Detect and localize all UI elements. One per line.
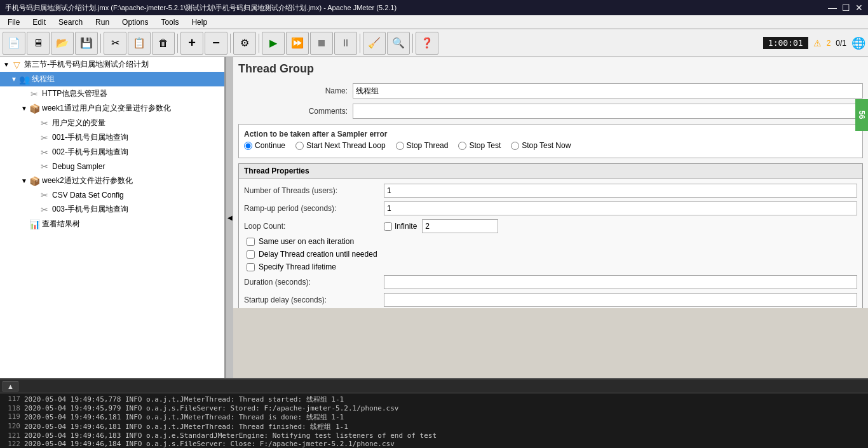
start-button[interactable]: ▶: [262, 32, 285, 55]
menu-run[interactable]: Run: [90, 17, 114, 28]
separator-3: [230, 34, 231, 53]
comments-input[interactable]: [353, 104, 863, 119]
menu-edit[interactable]: Edit: [27, 17, 51, 28]
tree-label-001: 001-手机号归属地查询: [52, 132, 128, 143]
tree-label-week2: week2通过文件进行参数化: [42, 175, 133, 186]
radio-stop-test[interactable]: Stop Test: [458, 141, 501, 150]
tree-item-002[interactable]: ✂ 002-手机号归属地查询: [0, 145, 224, 160]
panel-title: Thread Group: [238, 62, 863, 76]
green-indicator: 56: [855, 99, 868, 131]
window-controls[interactable]: — ☐ ✕: [828, 3, 863, 13]
specify-lifetime-row[interactable]: Specify Thread lifetime: [244, 262, 857, 271]
separator-6: [412, 34, 413, 53]
loop-count-input[interactable]: [422, 219, 498, 233]
close-button[interactable]: ✕: [855, 3, 863, 13]
duration-input[interactable]: [384, 275, 857, 289]
tree-item-week1[interactable]: ▼ 📦 week1通过用户自定义变量进行参数化: [0, 101, 224, 116]
tree-item-root[interactable]: ▼ ▽ 第三节-手机号码归属地测试介绍计划: [0, 57, 224, 72]
cut-button[interactable]: ✂: [104, 32, 126, 55]
expand-week2[interactable]: ▼: [20, 177, 28, 184]
same-user-checkbox[interactable]: [247, 238, 255, 246]
log-line-num: 120: [3, 422, 20, 431]
copy-button[interactable]: 📋: [128, 32, 151, 55]
week1-icon: 📦: [29, 104, 39, 114]
minimize-button[interactable]: —: [828, 3, 837, 13]
search-clear-button[interactable]: 🔍: [387, 32, 410, 55]
expand-results: [20, 221, 28, 227]
toggle-button[interactable]: ⚙: [233, 32, 256, 55]
tree-label-week1: week1通过用户自定义变量进行参数化: [42, 103, 171, 114]
debug-icon: ✂: [39, 161, 50, 172]
add-button[interactable]: +: [180, 32, 203, 55]
expand-root[interactable]: ▼: [3, 61, 10, 68]
stop-button[interactable]: ⏹: [310, 32, 333, 55]
num-threads-input[interactable]: [384, 184, 857, 198]
radio-stop-thread-label: Stop Thread: [407, 141, 449, 150]
ramp-up-row: Ramp-up period (seconds):: [244, 201, 857, 215]
menu-options[interactable]: Options: [117, 17, 153, 28]
radio-continue-input[interactable]: [244, 142, 252, 150]
log-collapse-button[interactable]: ▲: [3, 381, 18, 391]
radio-continue[interactable]: Continue: [244, 141, 285, 150]
tree-item-thread-group[interactable]: ▼ 👥 线程组: [0, 72, 224, 86]
separator-4: [259, 34, 259, 53]
tree-item-csv[interactable]: ✂ CSV Data Set Config: [0, 188, 224, 202]
menu-tools[interactable]: Tools: [156, 17, 184, 28]
new-button[interactable]: 📄: [3, 32, 25, 55]
menu-file[interactable]: File: [3, 17, 25, 28]
log-toolbar: ▲: [0, 379, 868, 393]
delay-thread-row[interactable]: Delay Thread creation until needed: [244, 250, 857, 259]
menu-help[interactable]: Help: [186, 17, 212, 28]
remove-button[interactable]: −: [205, 32, 227, 55]
expand-http: [20, 90, 28, 97]
tree-item-debug[interactable]: ✂ Debug Sampler: [0, 160, 224, 173]
separator-1: [100, 34, 101, 53]
clear-button[interactable]: 🧹: [363, 32, 386, 55]
maximize-button[interactable]: ☐: [842, 3, 850, 13]
tree-item-001[interactable]: ✂ 001-手机号归属地查询: [0, 130, 224, 145]
expand-debug: [31, 163, 38, 170]
specify-lifetime-label: Specify Thread lifetime: [259, 262, 336, 271]
infinite-checkbox[interactable]: [384, 222, 392, 231]
003-icon: ✂: [39, 205, 50, 215]
infinite-label: Infinite: [395, 222, 417, 231]
radio-stop-test-now-label: Stop Test Now: [522, 141, 571, 150]
radio-start-next[interactable]: Start Next Thread Loop: [295, 141, 386, 150]
radio-stop-test-input[interactable]: [458, 142, 466, 150]
name-row: Name:: [238, 83, 863, 98]
save-button[interactable]: 💾: [75, 32, 98, 55]
tree-item-week2[interactable]: ▼ 📦 week2通过文件进行参数化: [0, 173, 224, 188]
open-button[interactable]: 📂: [51, 32, 74, 55]
separator-5: [360, 34, 360, 53]
radio-stop-thread[interactable]: Stop Thread: [396, 141, 449, 150]
panel-collapse-button[interactable]: ◀: [226, 57, 233, 378]
log-line-num: 119: [3, 412, 20, 422]
ramp-up-input[interactable]: [384, 201, 857, 215]
radio-stop-test-now-input[interactable]: [511, 142, 519, 150]
warning-count: 2: [827, 39, 831, 48]
help-button[interactable]: ❓: [416, 32, 438, 55]
tree-item-003[interactable]: ✂ 003-手机号归属地查询: [0, 202, 224, 217]
no-pauses-button[interactable]: ⏩: [286, 32, 309, 55]
radio-stop-thread-input[interactable]: [396, 142, 404, 150]
tree-item-results[interactable]: 📊 查看结果树: [0, 217, 224, 231]
delete-button[interactable]: 🗑: [152, 32, 175, 55]
name-input[interactable]: [353, 83, 863, 98]
startup-delay-input[interactable]: [384, 293, 857, 307]
shutdown-button[interactable]: ⏸: [334, 32, 357, 55]
specify-lifetime-checkbox[interactable]: [247, 263, 255, 271]
delay-thread-checkbox[interactable]: [247, 250, 255, 259]
expand-week1[interactable]: ▼: [20, 105, 28, 112]
expand-003: [31, 206, 38, 213]
expand-user-var: [31, 119, 38, 126]
templates-button[interactable]: 🖥: [27, 32, 50, 55]
radio-stop-test-now[interactable]: Stop Test Now: [511, 141, 571, 150]
expand-thread-group[interactable]: ▼: [10, 76, 18, 83]
menu-search[interactable]: Search: [53, 17, 88, 28]
radio-start-next-input[interactable]: [295, 142, 304, 150]
tree-item-http-manager[interactable]: ✂ HTTP信息头管理器: [0, 86, 224, 101]
tree-item-user-var[interactable]: ✂ 用户定义的变量: [0, 116, 224, 130]
same-user-row[interactable]: Same user on each iteration: [244, 237, 857, 246]
week2-icon: 📦: [29, 176, 39, 186]
log-line-num: 117: [3, 395, 20, 404]
